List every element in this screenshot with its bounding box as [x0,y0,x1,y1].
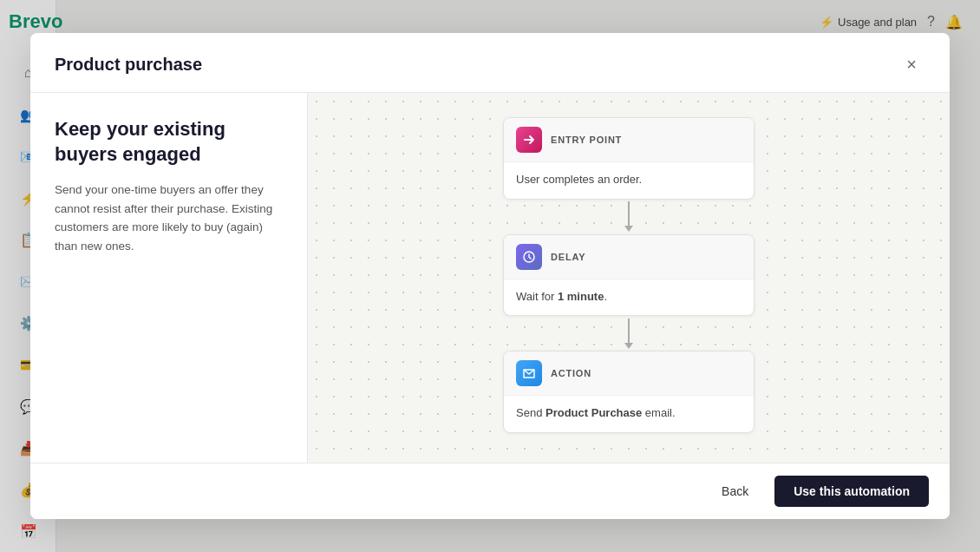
arrow-head-1 [624,226,633,232]
entry-point-card: ENTRY POINT User completes an order. [503,117,755,200]
delay-suffix: . [604,290,607,303]
action-bold: Product Purchase [546,406,642,419]
delay-body: Wait for 1 minute. [504,279,754,316]
delay-prefix: Wait for [516,290,558,303]
delay-card: DELAY Wait for 1 minute. [503,234,755,317]
modal-header: Product purchase × [30,33,950,93]
arrow-line-1 [628,201,630,226]
delay-header: DELAY [504,235,754,279]
action-icon [516,360,542,386]
action-prefix: Send [516,406,546,419]
modal-close-button[interactable]: × [898,50,925,78]
arrow-1 [624,200,633,234]
action-header: ACTION [504,352,754,396]
product-purchase-modal: Product purchase × Keep your existing bu… [30,33,950,519]
modal-body: Keep your existing buyers engaged Send y… [30,93,950,463]
automation-flow: ENTRY POINT User completes an order. [499,117,759,433]
use-automation-button[interactable]: Use this automation [774,476,929,507]
entry-point-body: User completes an order. [504,162,754,199]
entry-point-header: ENTRY POINT [504,118,754,162]
action-label: ACTION [551,368,591,378]
back-button[interactable]: Back [706,476,764,506]
left-panel: Keep your existing buyers engaged Send y… [30,93,308,463]
delay-bold: 1 minute [558,290,604,303]
modal-overlay: Product purchase × Keep your existing bu… [0,0,980,552]
action-suffix: email. [642,406,675,419]
entry-point-icon [516,127,542,153]
modal-title: Product purchase [55,55,202,75]
arrow-2 [624,316,633,351]
left-panel-description: Send your one-time buyers an offer they … [55,181,283,255]
left-panel-title: Keep your existing buyers engaged [55,117,283,167]
modal-footer: Back Use this automation [30,463,950,519]
action-body: Send Product Purchase email. [504,396,754,432]
action-card: ACTION Send Product Purchase email. [503,351,755,433]
arrow-head-2 [624,343,633,349]
delay-icon [516,244,542,270]
entry-point-label: ENTRY POINT [551,135,622,145]
delay-label: DELAY [551,252,585,262]
arrow-line-2 [628,319,630,343]
right-panel: ENTRY POINT User completes an order. [308,93,950,463]
